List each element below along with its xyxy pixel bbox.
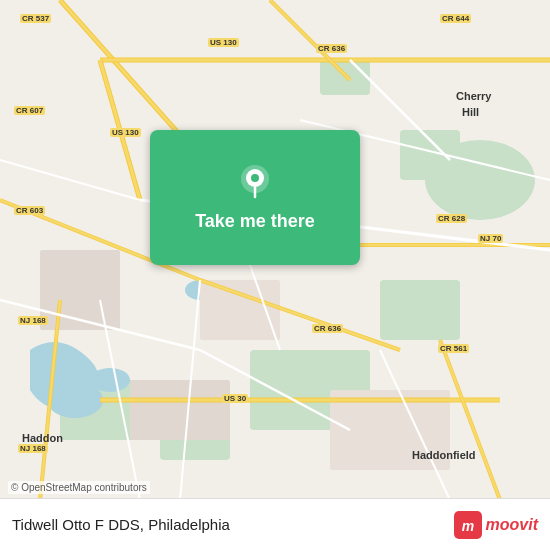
svg-text:m: m [461,518,473,534]
road-label-nj168-bottom: NJ 168 [18,444,48,453]
road-label-cr603: CR 603 [14,206,45,215]
svg-rect-2 [380,280,460,340]
road-label-us130-top: US 130 [208,38,239,47]
road-label-nj70: NJ 70 [478,234,503,243]
map-container: CR 537 CR 644 US 130 CR 636 CR 607 US 13… [0,0,550,550]
map-attribution: © OpenStreetMap contributors [8,481,150,494]
road-label-us130-left: US 130 [110,128,141,137]
road-label-cr636-top: CR 636 [316,44,347,53]
place-label-haddonfield: Haddonfield [412,449,476,461]
svg-line-39 [0,160,140,200]
location-title: Tidwell Otto F DDS, Philadelphia [12,516,454,533]
moovit-text: moovit [486,516,538,534]
place-label-hill: Hill [462,106,479,118]
road-label-cr628: CR 628 [436,214,467,223]
moovit-logo: m moovit [454,511,538,539]
svg-rect-12 [200,280,280,340]
road-label-cr636-bottom: CR 636 [312,324,343,333]
road-label-cr644: CR 644 [440,14,471,23]
cta-label: Take me there [195,211,315,232]
svg-line-29 [270,0,350,80]
road-label-cr537: CR 537 [20,14,51,23]
place-label-haddon: Haddon [22,432,63,444]
svg-point-46 [251,174,259,182]
road-label-nj168-top: NJ 168 [18,316,48,325]
road-label-cr561: CR 561 [438,344,469,353]
road-label-cr607: CR 607 [14,106,45,115]
svg-rect-13 [40,250,120,330]
moovit-icon: m [454,511,482,539]
road-label-us30: US 30 [222,394,248,403]
map-pin-icon [236,163,274,201]
bottom-bar: Tidwell Otto F DDS, Philadelphia m moovi… [0,498,550,550]
place-label-cherry: Cherry [456,90,491,102]
svg-rect-10 [130,380,230,440]
take-me-there-button[interactable]: Take me there [150,130,360,265]
